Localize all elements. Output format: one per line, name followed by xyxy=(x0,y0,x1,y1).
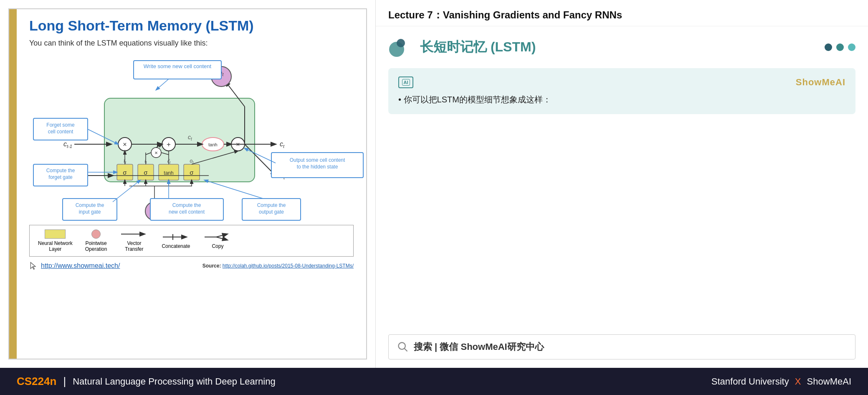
bottom-right: Stanford University X ShowMeAI xyxy=(711,376,851,387)
x-separator: X xyxy=(795,376,801,387)
vector-transfer-label: Vector Transfer xyxy=(125,240,143,252)
source-line: Source: http://colah.github.io/posts/201… xyxy=(202,263,354,269)
showmeai-brand: ShowMeAI xyxy=(796,77,845,88)
ai-badge: AI xyxy=(398,76,413,88)
website-url[interactable]: http://www.showmeai.tech/ xyxy=(41,262,120,270)
legend-copy: Copy xyxy=(203,232,232,249)
pointwise-circle xyxy=(91,229,101,239)
concatenate-label: Concatenate xyxy=(162,243,190,249)
slide-title: Long Short-Term Memory (LSTM) xyxy=(29,18,354,34)
svg-text:Compute the: Compute the xyxy=(172,202,201,208)
svg-text:+: + xyxy=(167,140,171,148)
course-title: Natural Language Processing with Deep Le… xyxy=(73,376,276,387)
svg-text:tanh: tanh xyxy=(208,142,217,147)
svg-text:ct: ct xyxy=(280,140,285,149)
search-placeholder: 搜索 | 微信 ShowMeAI研究中心 xyxy=(414,341,544,353)
search-icon xyxy=(397,341,409,353)
svg-line-93 xyxy=(405,349,407,352)
lstm-svg: ct-1 ht-1 xt σ xyxy=(29,54,372,222)
ai-badge-text: AI xyxy=(402,79,410,86)
nn-layer-label: Neural Network Layer xyxy=(38,240,73,252)
svg-point-91 xyxy=(397,39,405,47)
svg-text:Compute the: Compute the xyxy=(76,202,104,208)
svg-line-58 xyxy=(156,79,169,90)
svg-line-78 xyxy=(205,180,263,199)
nn-layer-box xyxy=(45,229,66,239)
svg-text:Compute the: Compute the xyxy=(46,168,75,173)
svg-text:new cell content: new cell content xyxy=(169,209,205,215)
cursor-icon xyxy=(29,262,38,270)
legend: Neural Network Layer Pointwise Operation… xyxy=(29,225,354,257)
dot-teal xyxy=(836,43,844,51)
website-line: http://www.showmeai.tech/ xyxy=(29,262,120,270)
legend-pointwise: Pointwise Operation xyxy=(85,229,107,252)
bottom-bar: CS224n | Natural Language Processing wit… xyxy=(0,368,868,395)
svg-text:Compute the: Compute the xyxy=(257,202,286,208)
main-content: Long Short-Term Memory (LSTM) You can th… xyxy=(0,0,868,368)
copy-icon xyxy=(203,232,232,242)
svg-text:to the hidden state: to the hidden state xyxy=(297,164,338,170)
pointwise-label: Pointwise Operation xyxy=(85,240,107,252)
copy-label: Copy xyxy=(212,243,223,249)
svg-text:σ: σ xyxy=(144,169,148,176)
dot-dark xyxy=(825,43,832,51)
cs224n-label: CS224n xyxy=(17,375,56,388)
svg-text:σ: σ xyxy=(123,169,127,176)
gold-bar xyxy=(9,9,17,359)
right-panel: Lecture 7：Vanishing Gradients and Fancy … xyxy=(376,0,868,368)
section-header: 长短时记忆 (LSTM) xyxy=(388,35,855,60)
svg-text:cell content: cell content xyxy=(48,129,73,135)
dots-row xyxy=(825,43,855,51)
search-bar[interactable]: 搜索 | 微信 ShowMeAI研究中心 xyxy=(388,334,855,359)
section-title: 长短时记忆 (LSTM) xyxy=(420,38,536,56)
source-label: Source: xyxy=(202,263,221,269)
separator: | xyxy=(63,375,66,388)
svg-text:σ: σ xyxy=(190,169,194,176)
svg-text:Write some new cell content: Write some new cell content xyxy=(144,63,212,69)
svg-text:tanh: tanh xyxy=(164,170,173,176)
svg-text:output gate: output gate xyxy=(259,209,284,215)
svg-point-92 xyxy=(399,343,405,349)
source-url[interactable]: http://colah.github.io/posts/2015-08-Und… xyxy=(223,263,354,269)
section-icon xyxy=(388,35,413,60)
svg-text:Forget some: Forget some xyxy=(46,122,75,128)
ai-card-header: AI ShowMeAI xyxy=(398,76,845,88)
lstm-diagram: ct-1 ht-1 xt σ xyxy=(29,54,372,222)
brand-name: ShowMeAI xyxy=(807,376,851,387)
svg-text:ct-1: ct-1 xyxy=(63,140,72,149)
slide-container: Long Short-Term Memory (LSTM) You can th… xyxy=(8,8,367,359)
svg-text:input gate: input gate xyxy=(79,209,101,215)
legend-vector-transfer: Vector Transfer xyxy=(119,229,149,252)
svg-text:×: × xyxy=(123,141,127,148)
legend-nn-layer: Neural Network Layer xyxy=(38,229,73,252)
university-name: Stanford University xyxy=(711,376,789,387)
concatenate-icon xyxy=(161,232,190,242)
bottom-left: CS224n | Natural Language Processing wit… xyxy=(17,375,276,388)
svg-text:×: × xyxy=(154,150,158,156)
slide-subtitle: You can think of the LSTM equations visu… xyxy=(29,39,354,48)
ai-card: AI ShowMeAI • 你可以把LSTM的模型细节想象成这样： xyxy=(388,68,855,114)
svg-line-88 xyxy=(216,234,227,237)
ai-card-text: • 你可以把LSTM的模型细节想象成这样： xyxy=(398,93,845,106)
svg-text:Output some cell content: Output some cell content xyxy=(290,157,345,163)
slide-inner: Long Short-Term Memory (LSTM) You can th… xyxy=(17,9,366,359)
dot-light-teal xyxy=(848,43,855,51)
svg-line-89 xyxy=(216,237,227,240)
svg-line-70 xyxy=(113,180,140,202)
vector-transfer-icon xyxy=(119,229,149,239)
lecture-content: 长短时记忆 (LSTM) AI ShowMeAI • 你可以把LSTM的模型细节… xyxy=(376,26,868,334)
lecture-header: Lecture 7：Vanishing Gradients and Fancy … xyxy=(376,0,868,26)
svg-text:forget gate: forget gate xyxy=(48,174,73,180)
legend-concatenate: Concatenate xyxy=(161,232,190,249)
slide-area: Long Short-Term Memory (LSTM) You can th… xyxy=(0,0,376,368)
